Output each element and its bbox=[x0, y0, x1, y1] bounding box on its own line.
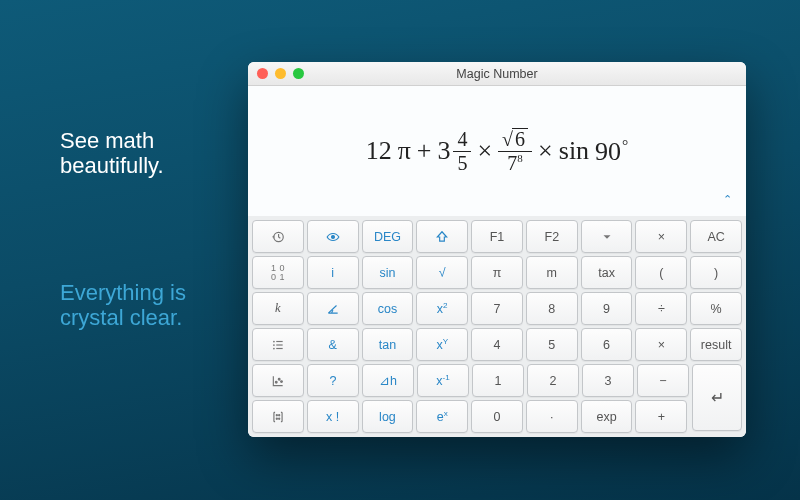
matrix-icon[interactable] bbox=[252, 400, 304, 433]
key-[interactable]: ( bbox=[635, 256, 687, 289]
key-k[interactable]: k bbox=[252, 292, 304, 325]
dropdown-icon[interactable] bbox=[581, 220, 633, 253]
key-e[interactable]: ex bbox=[416, 400, 468, 433]
eye-icon[interactable] bbox=[307, 220, 359, 253]
key-[interactable]: √ bbox=[416, 256, 468, 289]
key-0[interactable]: 0 bbox=[471, 400, 523, 433]
key-[interactable]: + bbox=[635, 400, 687, 433]
key-[interactable]: & bbox=[307, 328, 359, 361]
key-4[interactable]: 4 bbox=[471, 328, 523, 361]
expr-frac-exp: 8 bbox=[517, 152, 523, 164]
svg-point-12 bbox=[278, 414, 279, 415]
key-m[interactable]: m bbox=[526, 256, 578, 289]
key-[interactable]: % bbox=[690, 292, 742, 325]
key-1[interactable]: 1 bbox=[472, 364, 524, 397]
expr-times-1: × bbox=[477, 136, 492, 166]
svg-point-10 bbox=[281, 380, 283, 382]
key-deg[interactable]: DEG bbox=[362, 220, 414, 253]
key-[interactable]: ? bbox=[307, 364, 359, 397]
key-x[interactable]: x ! bbox=[307, 400, 359, 433]
expr-plus: + bbox=[417, 136, 432, 166]
expr-mixed-fraction: 3 4 5 bbox=[437, 129, 471, 174]
list-icon[interactable] bbox=[252, 328, 304, 361]
expr-coef: 12 bbox=[366, 136, 392, 166]
key-sin[interactable]: sin bbox=[362, 256, 414, 289]
svg-point-3 bbox=[273, 344, 275, 346]
key-8[interactable]: 8 bbox=[526, 292, 578, 325]
key-i[interactable]: i bbox=[307, 256, 359, 289]
svg-rect-5 bbox=[276, 340, 282, 341]
key-3[interactable]: 3 bbox=[582, 364, 634, 397]
binary-icon[interactable]: 1 00 1 bbox=[252, 256, 304, 289]
svg-point-8 bbox=[275, 381, 277, 383]
plot-icon[interactable] bbox=[252, 364, 304, 397]
promo-background: See math beautifully. Everything is crys… bbox=[0, 0, 800, 500]
angle-icon[interactable] bbox=[307, 292, 359, 325]
expr-degree: ° bbox=[622, 136, 628, 153]
math-expression: 12 π + 3 4 5 × √6 bbox=[366, 128, 629, 174]
key-[interactable]: × bbox=[635, 328, 687, 361]
history-icon[interactable] bbox=[252, 220, 304, 253]
svg-point-11 bbox=[276, 414, 277, 415]
svg-point-2 bbox=[273, 340, 275, 342]
delete-button[interactable]: × bbox=[635, 220, 687, 253]
key-[interactable]: π bbox=[471, 256, 523, 289]
key-tax[interactable]: tax bbox=[581, 256, 633, 289]
key-cos[interactable]: cos bbox=[362, 292, 414, 325]
svg-rect-6 bbox=[276, 344, 282, 345]
key-9[interactable]: 9 bbox=[581, 292, 633, 325]
cursor-caret-icon: ⌃ bbox=[723, 193, 732, 206]
expression-display[interactable]: 12 π + 3 4 5 × √6 bbox=[248, 86, 746, 216]
key-[interactable]: ) bbox=[690, 256, 742, 289]
key-[interactable]: ÷ bbox=[635, 292, 687, 325]
svg-point-4 bbox=[273, 347, 275, 349]
expr-big-fraction: √6 78 bbox=[498, 128, 532, 174]
expr-pi: π bbox=[398, 136, 411, 166]
key-h[interactable]: ⊿h bbox=[362, 364, 414, 397]
expr-frac-base: 7 bbox=[507, 152, 517, 174]
key-x[interactable]: x-1 bbox=[417, 364, 469, 397]
key-x[interactable]: xY bbox=[416, 328, 468, 361]
expr-mixed-num: 4 bbox=[453, 129, 471, 152]
key-[interactable]: − bbox=[637, 364, 689, 397]
key-log[interactable]: log bbox=[362, 400, 414, 433]
expr-sin: sin bbox=[559, 136, 589, 166]
svg-point-13 bbox=[276, 418, 277, 419]
key-[interactable]: · bbox=[526, 400, 578, 433]
key-ac[interactable]: AC bbox=[690, 220, 742, 253]
titlebar[interactable]: Magic Number bbox=[248, 62, 746, 86]
expr-mixed-den: 5 bbox=[457, 152, 467, 174]
key-exp[interactable]: exp bbox=[581, 400, 633, 433]
key-2[interactable]: 2 bbox=[527, 364, 579, 397]
marketing-tagline-2: Everything is crystal clear. bbox=[60, 280, 186, 331]
key-x[interactable]: x2 bbox=[416, 292, 468, 325]
expr-times-2: × bbox=[538, 136, 553, 166]
expr-sqrt: √6 bbox=[502, 128, 528, 150]
marketing-tagline-1: See math beautifully. bbox=[60, 128, 164, 179]
key-f2[interactable]: F2 bbox=[526, 220, 578, 253]
window-title: Magic Number bbox=[248, 67, 746, 81]
key-6[interactable]: 6 bbox=[581, 328, 633, 361]
app-window: Magic Number 12 π + 3 4 5 × √ bbox=[248, 62, 746, 437]
expr-mixed-int: 3 bbox=[437, 136, 450, 166]
keypad: DEGF1F2×AC1 00 1isin√πmtax()kcosx2789÷%&… bbox=[248, 216, 746, 437]
svg-rect-7 bbox=[276, 347, 282, 348]
svg-point-1 bbox=[331, 235, 334, 238]
key-5[interactable]: 5 bbox=[526, 328, 578, 361]
svg-point-9 bbox=[278, 378, 280, 380]
expr-angle: 90 bbox=[595, 136, 621, 165]
enter-button[interactable]: ↵ bbox=[692, 364, 742, 431]
svg-point-14 bbox=[278, 418, 279, 419]
key-7[interactable]: 7 bbox=[471, 292, 523, 325]
key-tan[interactable]: tan bbox=[362, 328, 414, 361]
shift-icon[interactable] bbox=[416, 220, 468, 253]
key-result[interactable]: result bbox=[690, 328, 742, 361]
key-f1[interactable]: F1 bbox=[471, 220, 523, 253]
